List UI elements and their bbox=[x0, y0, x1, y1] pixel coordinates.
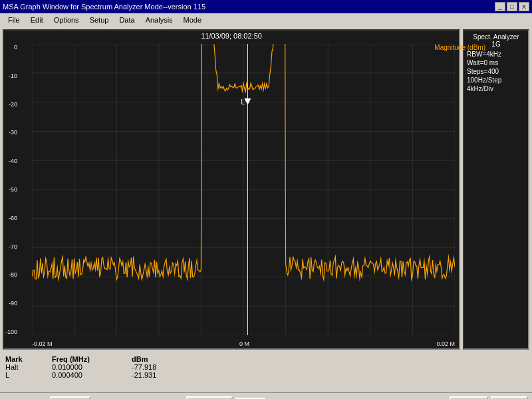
continue-button[interactable]: Continue bbox=[491, 396, 528, 400]
marker-halt-dbm: -77.918 bbox=[132, 363, 185, 371]
marker-halt-freq: 0.010000 bbox=[52, 363, 118, 371]
marker-halt-row: Halt 0.010000 -77.918 bbox=[5, 363, 527, 371]
marker-table-header: Mark Freq (MHz) dBm bbox=[5, 355, 527, 363]
marker-l-row: L 0.000400 -21.931 bbox=[5, 371, 527, 379]
title-bar-buttons: _ □ X bbox=[495, 2, 529, 11]
window-title: MSA Graph Window for Spectrum Analyzer M… bbox=[3, 3, 205, 11]
col-dbm: dBm bbox=[132, 355, 185, 363]
minimize-button[interactable]: _ bbox=[495, 2, 505, 11]
marker-halt-label: Halt bbox=[5, 363, 39, 371]
y-axis-labels: 0 -10 -20 -30 -40 -50 -60 -70 -80 -90 -1… bbox=[5, 44, 17, 335]
param-wait: Wait=0 ms bbox=[467, 59, 525, 66]
menu-data[interactable]: Data bbox=[114, 15, 140, 25]
graph-timestamp: 11/03/09; 08:02:50 bbox=[4, 31, 459, 41]
expand-mark-group: Expand L-R Mark->Cent bbox=[186, 396, 233, 400]
col-mark: Mark bbox=[5, 355, 39, 363]
param-rbw: RBW=4kHz bbox=[467, 51, 525, 58]
expand-lr-button[interactable]: Expand L-R bbox=[186, 396, 233, 400]
menu-mode[interactable]: Mode bbox=[178, 15, 207, 25]
menu-file[interactable]: File bbox=[3, 15, 25, 25]
menu-setup[interactable]: Setup bbox=[84, 15, 114, 25]
panel-params: RBW=4kHz Wait=0 ms Steps=400 100Hz/Step … bbox=[467, 51, 525, 92]
col-freq: Freq (MHz) bbox=[52, 355, 118, 363]
param-hz-step: 100Hz/Step bbox=[467, 76, 525, 84]
marker-l-label-table: L bbox=[5, 371, 39, 379]
redraw-onestep-group: Redraw One Step bbox=[450, 396, 488, 400]
delete-clear-group: Delete Clear Marks bbox=[50, 396, 90, 399]
menu-bar: File Edit Options Setup Data Analysis Mo… bbox=[0, 13, 532, 27]
main-content: 11/03/09; 08:02:50 Magnitude (dBm) 0 -10… bbox=[0, 27, 532, 352]
right-buttons: Redraw One Step Continue Restart bbox=[450, 396, 528, 400]
spectrum-chart bbox=[32, 44, 455, 335]
right-panel: Spect. Analyzer 1G RBW=4kHz Wait=0 ms St… bbox=[463, 29, 529, 350]
graph-area: 11/03/09; 08:02:50 Magnitude (dBm) 0 -10… bbox=[3, 29, 460, 350]
marker-l-dbm: -21.931 bbox=[132, 371, 185, 379]
y-axis-label: Magnitude (dBm) bbox=[434, 44, 485, 51]
menu-options[interactable]: Options bbox=[49, 15, 84, 25]
marker-l-freq: 0.000400 bbox=[52, 371, 118, 379]
maximize-button[interactable]: □ bbox=[507, 2, 517, 11]
title-bar: MSA Graph Window for Spectrum Analyzer M… bbox=[0, 0, 532, 13]
menu-analysis[interactable]: Analysis bbox=[140, 15, 178, 25]
param-steps: Steps=400 bbox=[467, 68, 525, 75]
menu-edit[interactable]: Edit bbox=[25, 15, 49, 25]
close-button[interactable]: X bbox=[519, 2, 529, 11]
x-axis-labels: -0.02 M 0 M 0.02 M bbox=[32, 340, 455, 347]
redraw-button[interactable]: Redraw bbox=[450, 396, 488, 400]
delete-button[interactable]: Delete bbox=[50, 396, 90, 399]
marker-table: Mark Freq (MHz) dBm Halt 0.010000 -77.91… bbox=[0, 352, 532, 392]
bottom-bar: Marker L Halt Delete Clear Marks + - MHz… bbox=[0, 392, 532, 399]
param-khz-div: 4kHz/Div bbox=[467, 85, 525, 92]
continue-restart-group: Continue Restart bbox=[491, 396, 528, 400]
